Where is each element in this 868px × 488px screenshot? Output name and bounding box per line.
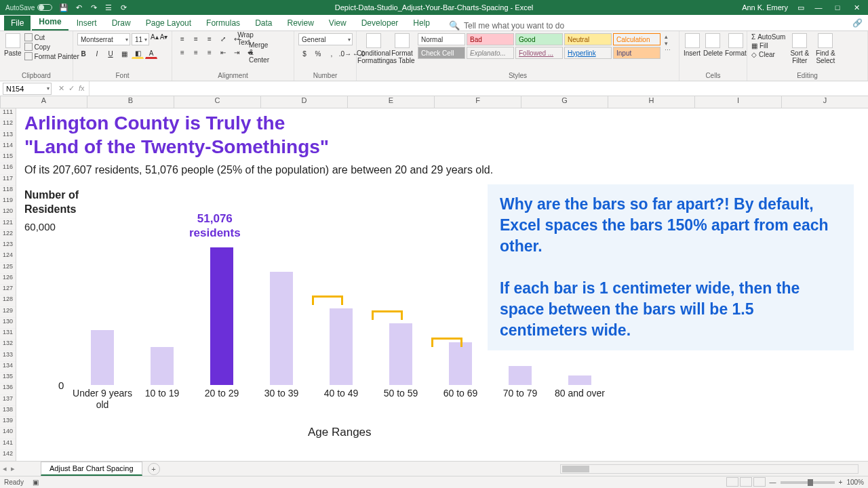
row-header[interactable]: 137 (0, 395, 16, 406)
row-header[interactable]: 122 (0, 230, 16, 241)
autosave-toggle[interactable]: AutoSave (5, 4, 52, 12)
find-select-button[interactable]: Find & Select (814, 33, 837, 64)
align-top-icon[interactable]: ≡ (176, 33, 189, 44)
tab-developer[interactable]: Developer (355, 16, 406, 30)
column-header[interactable]: F (435, 96, 521, 108)
row-header[interactable]: 134 (0, 362, 16, 373)
refresh-icon[interactable]: ⟳ (119, 3, 128, 12)
format-cells-button[interactable]: Format (726, 33, 746, 57)
column-header[interactable]: E (348, 96, 435, 108)
decrease-font-icon[interactable]: A▾ (160, 33, 168, 45)
row-header[interactable]: 111 (0, 108, 16, 119)
tab-review[interactable]: Review (280, 16, 320, 30)
row-header[interactable]: 125 (0, 263, 16, 274)
user-name[interactable]: Ann K. Emery (742, 3, 788, 12)
enter-formula-icon[interactable]: ✓ (68, 84, 75, 93)
decrease-indent-icon[interactable]: ⇤ (217, 47, 229, 58)
bar[interactable] (330, 308, 353, 385)
row-header[interactable]: 136 (0, 384, 16, 394)
fill-color-button[interactable]: ◧ (132, 48, 144, 59)
bar[interactable] (389, 323, 412, 385)
column-header[interactable]: J (782, 96, 868, 108)
formula-input[interactable] (89, 81, 868, 96)
row-header[interactable]: 138 (0, 406, 16, 417)
column-header[interactable]: B (87, 96, 174, 108)
border-button[interactable]: ▦ (118, 48, 130, 59)
tab-draw[interactable]: Draw (105, 16, 138, 30)
zoom-level[interactable]: 100% (846, 479, 864, 486)
row-header[interactable]: 126 (0, 274, 16, 285)
bar[interactable] (270, 272, 293, 385)
format-as-table-button[interactable]: Format as Table (389, 33, 415, 64)
style-input[interactable]: Input (613, 47, 660, 59)
column-header[interactable]: G (521, 96, 608, 108)
sheet-nav-last-icon[interactable]: ▸ (11, 464, 15, 473)
row-header[interactable]: 130 (0, 318, 16, 329)
redo-icon[interactable]: ↷ (89, 3, 98, 12)
column-header[interactable]: D (261, 96, 348, 108)
row-header[interactable]: 121 (0, 219, 16, 230)
styles-more-icon[interactable]: ⋯ (665, 47, 671, 54)
insert-cells-button[interactable]: Insert (684, 33, 701, 57)
cut-button[interactable]: Cut (24, 33, 79, 41)
row-header[interactable]: 142 (0, 450, 16, 461)
sheet-tab[interactable]: Adjust Bar Chart Spacing (41, 462, 142, 476)
conditional-formatting-button[interactable]: Conditional Formatting (361, 33, 387, 64)
canvas[interactable]: Arlington County is Truly the "Land of t… (16, 108, 868, 461)
row-header[interactable]: 132 (0, 340, 16, 350)
tab-formulas[interactable]: Formulas (199, 16, 247, 30)
tab-home[interactable]: Home (32, 14, 68, 30)
worksheet[interactable]: 1111121131141151161171181191201211221231… (0, 108, 868, 461)
style-calculation[interactable]: Calculation (613, 33, 660, 45)
row-header[interactable]: 133 (0, 351, 16, 362)
new-sheet-button[interactable]: + (148, 463, 160, 475)
delete-cells-button[interactable]: Delete (703, 33, 723, 57)
column-headers[interactable]: ABCDEFGHIJ (0, 96, 868, 108)
bold-button[interactable]: B (77, 48, 90, 59)
row-header[interactable]: 113 (0, 131, 16, 142)
tell-me-search[interactable]: 🔍 Tell me what you want to do (438, 20, 564, 30)
number-format-dropdown[interactable]: General (298, 33, 353, 45)
style-check-cell[interactable]: Check Cell (418, 47, 465, 59)
row-header[interactable]: 118 (0, 186, 16, 197)
style-bad[interactable]: Bad (467, 33, 514, 45)
column-header[interactable]: C (174, 96, 261, 108)
close-icon[interactable]: ✕ (852, 3, 861, 12)
comma-format-icon[interactable]: , (326, 48, 338, 59)
accounting-format-icon[interactable]: $ (298, 48, 311, 59)
zoom-slider[interactable] (781, 481, 835, 484)
row-header[interactable]: 127 (0, 285, 16, 296)
column-header[interactable]: H (608, 96, 695, 108)
style-neutral[interactable]: Neutral (564, 33, 612, 45)
tab-view[interactable]: View (322, 16, 353, 30)
row-header[interactable]: 128 (0, 296, 16, 306)
increase-font-icon[interactable]: A▴ (151, 33, 159, 45)
row-header[interactable]: 139 (0, 417, 16, 428)
bar[interactable] (449, 342, 472, 385)
row-header[interactable]: 123 (0, 241, 16, 251)
row-header[interactable]: 115 (0, 152, 16, 163)
row-header[interactable]: 119 (0, 197, 16, 207)
align-center-icon[interactable]: ≡ (190, 47, 202, 58)
style-hyperlink[interactable]: Hyperlink (564, 47, 612, 59)
sort-filter-button[interactable]: Sort & Filter (788, 33, 811, 64)
row-header[interactable]: 141 (0, 439, 16, 450)
row-header[interactable]: 117 (0, 175, 16, 186)
column-header[interactable]: I (695, 96, 782, 108)
macro-record-icon[interactable]: ▣ (33, 479, 39, 486)
zoom-in-icon[interactable]: + (839, 479, 843, 486)
font-family-dropdown[interactable]: Montserrat (77, 33, 130, 45)
maximize-icon[interactable]: □ (833, 3, 842, 12)
style-good[interactable]: Good (515, 33, 563, 45)
horizontal-scrollbar[interactable] (560, 464, 859, 474)
column-header[interactable]: A (1, 96, 87, 108)
copy-button[interactable]: Copy (24, 43, 79, 51)
minimize-icon[interactable]: — (814, 3, 823, 12)
row-header[interactable]: 140 (0, 428, 16, 439)
cancel-formula-icon[interactable]: ✕ (58, 84, 64, 93)
align-middle-icon[interactable]: ≡ (190, 33, 202, 44)
name-box[interactable]: N154 (3, 83, 52, 95)
percent-format-icon[interactable]: % (312, 48, 324, 59)
tab-help[interactable]: Help (406, 16, 437, 30)
save-icon[interactable]: 💾 (59, 3, 68, 12)
